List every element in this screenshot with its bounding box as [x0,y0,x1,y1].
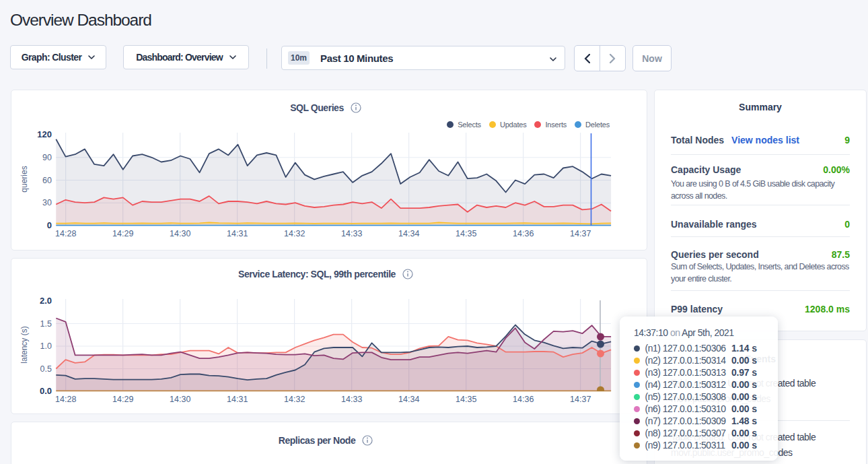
svg-text:14:35: 14:35 [456,395,476,404]
svg-text:60: 60 [42,176,52,185]
svg-text:14:30: 14:30 [170,395,190,404]
svg-text:0.0: 0.0 [40,386,52,396]
svg-text:14:30: 14:30 [170,229,190,238]
svg-text:14:31: 14:31 [227,229,248,238]
svg-text:1.5: 1.5 [40,319,52,329]
svg-text:14:28: 14:28 [55,229,76,238]
svg-text:14:28: 14:28 [55,395,76,404]
svg-text:14:29: 14:29 [112,395,133,404]
svg-text:1.0: 1.0 [40,341,52,351]
svg-text:30: 30 [42,198,52,207]
svg-text:14:34: 14:34 [398,395,419,404]
svg-text:14:31: 14:31 [227,395,248,404]
svg-text:14:32: 14:32 [284,229,305,238]
svg-text:14:35: 14:35 [456,229,476,238]
svg-text:14:36: 14:36 [513,229,534,238]
svg-text:latency (s): latency (s) [20,326,29,363]
svg-text:120: 120 [37,129,52,139]
svg-text:14:29: 14:29 [112,229,133,238]
svg-text:14:33: 14:33 [341,395,362,404]
svg-text:queries: queries [20,166,29,192]
svg-text:0: 0 [47,220,52,230]
svg-text:0.5: 0.5 [40,364,52,374]
svg-text:14:34: 14:34 [398,229,419,238]
svg-text:14:32: 14:32 [284,395,305,404]
svg-text:2.0: 2.0 [40,296,52,306]
svg-text:90: 90 [42,153,52,162]
svg-text:14:33: 14:33 [341,229,362,238]
svg-text:14:37: 14:37 [570,229,591,238]
svg-text:14:36: 14:36 [513,395,534,404]
svg-text:14:37: 14:37 [570,395,591,404]
